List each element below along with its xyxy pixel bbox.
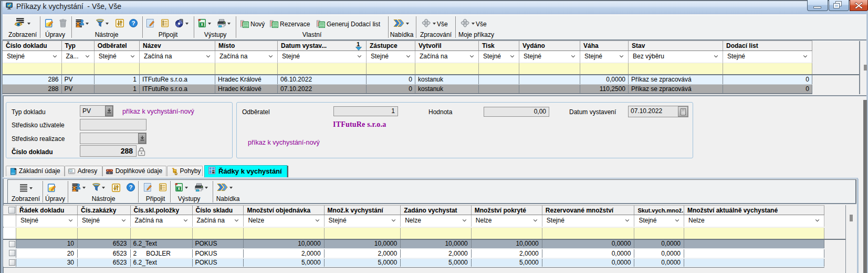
svg-text:?: ?: [131, 20, 135, 26]
svg-text:x: x: [201, 22, 203, 27]
svg-text:x: x: [177, 186, 180, 191]
svg-text:?: ?: [129, 184, 132, 190]
